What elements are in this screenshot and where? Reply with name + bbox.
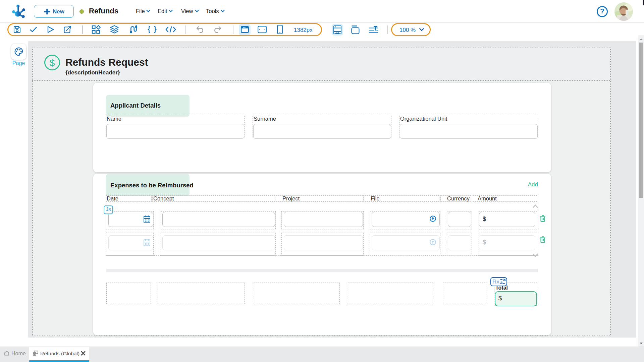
svg-text:a: a [500,280,503,285]
